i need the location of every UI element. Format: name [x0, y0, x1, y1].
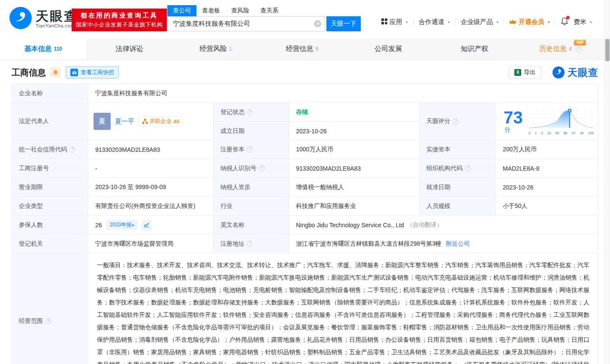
taxpayer-id-value: 91330203MAD2LE8A83	[289, 159, 420, 177]
search-tab-risk[interactable]: 查风险	[226, 5, 255, 16]
help-icon[interactable]	[247, 241, 253, 247]
tab-label: 经营风险	[199, 45, 227, 54]
top-nav: 应用 合作通道 企业级产品 开通会员 费米	[381, 17, 592, 27]
tab-history-info[interactable]: VIP 历史信息 4	[518, 39, 604, 60]
search-button[interactable]: 天眼一下	[326, 16, 361, 31]
business-scope-value: 一般项目：技术服务、技术开发、技术咨询、技术交流、技术转让、技术推广；汽车拖车、…	[88, 253, 598, 364]
nav-user[interactable]: 费米	[574, 18, 592, 26]
nearby-companies-link[interactable]: 附近公司	[446, 240, 470, 248]
label-text: 天眼评分	[426, 117, 450, 125]
help-icon[interactable]	[259, 165, 265, 171]
legal-rep-label: 法定代表人	[12, 103, 88, 140]
tab-business-info[interactable]: 经营信息 9	[259, 39, 345, 60]
excel-icon: X	[514, 69, 521, 76]
tab-basic-info[interactable]: 基本信息 110	[0, 39, 86, 60]
help-icon[interactable]	[247, 146, 253, 153]
tab-count: 1	[229, 46, 232, 52]
english-name-value: Ningbo Jidu Technology Service Co., Ltd	[296, 222, 404, 229]
annual-report-badge[interactable]: 2023年报	[106, 220, 138, 230]
business-term-value: 2023-10-26 至 9999-09-09	[88, 178, 214, 196]
nav-vip-label: 开通会员	[519, 18, 544, 26]
notifications-bell[interactable]	[561, 17, 568, 27]
help-icon[interactable]	[69, 146, 75, 153]
crown-icon	[509, 18, 516, 26]
bell-icon	[53, 69, 58, 75]
line-chart-icon	[144, 223, 149, 227]
nav-apps[interactable]: 应用	[381, 18, 408, 26]
label-text: 注册地址	[220, 240, 245, 248]
tab-operating-risk[interactable]: 经营风险 1	[172, 39, 259, 60]
label-text: 经营范围	[19, 317, 43, 325]
label-text: 组织机构代码	[426, 165, 462, 172]
trend-chart-button[interactable]	[141, 220, 151, 230]
search-area: 查公司 查老板 查风险 查关系 ✕ 天眼一下	[167, 5, 361, 31]
help-icon[interactable]	[465, 165, 471, 171]
company-page-tabs: 基本信息 110 法律诉讼 经营风险 1 经营信息 9 公司发展 知识产权 VI…	[0, 39, 604, 60]
notification-dot	[566, 16, 570, 19]
table-row: 参保人数 26 2023年报 英文名称 Ningbo Jidu Technolo…	[12, 216, 598, 235]
tab-label: 知识产权	[461, 45, 488, 54]
tianyancha-logo[interactable]: 天眼查 TianYanCha.com	[9, 7, 78, 31]
table-row: 营业期限 2023-10-26 至 9999-09-09 纳税人资质 增值税一般…	[12, 178, 598, 197]
company-name-label: 企业名称	[12, 84, 88, 102]
related-companies-badge[interactable]: 关联企业 46	[139, 116, 183, 126]
search-tab-company[interactable]: 查公司	[167, 5, 196, 16]
nav-enterprise[interactable]: 企业级产品	[461, 18, 498, 26]
score-distribution-chart: 0131550859799100	[528, 108, 595, 135]
status-date-subgrid: 登记状态 存续 成立日期 2023-10-26	[214, 103, 420, 140]
vip-badge: VIP	[574, 40, 586, 45]
search-tab-relation[interactable]: 查关系	[255, 5, 284, 16]
insured-count-cell: 26 2023年报	[88, 216, 214, 234]
help-icon[interactable]	[45, 318, 51, 325]
tab-label: 基本信息	[24, 45, 51, 54]
score-cell: 73分	[496, 103, 598, 140]
help-icon[interactable]	[453, 118, 459, 125]
approval-date-label: 核准日期	[420, 178, 496, 196]
paid-capital-value: 200万人民币	[496, 140, 598, 159]
nav-divider	[555, 19, 556, 25]
watermark-logo: 天眼查	[553, 66, 598, 79]
reg-address-value: 浙江省宁波市海曙区古林镇鄞县大道古林段298号第3幢	[296, 240, 441, 248]
staff-size-value: 小于50人	[496, 197, 598, 215]
snapshot-button[interactable]: 查看工商快照	[66, 66, 119, 78]
help-icon[interactable]	[247, 109, 253, 115]
label-text: 登记状态	[220, 108, 245, 116]
tab-company-development[interactable]: 公司发展	[345, 39, 432, 60]
reg-status-label: 登记状态	[214, 103, 289, 121]
tab-legal[interactable]: 法律诉讼	[86, 39, 172, 60]
nav-user-label: 费米	[574, 18, 586, 26]
help-icon[interactable]	[576, 46, 583, 52]
nav-apps-label: 应用	[390, 18, 402, 26]
nav-partner[interactable]: 合作通道	[419, 18, 450, 26]
clear-search-icon[interactable]: ✕	[314, 20, 321, 27]
reg-authority-label: 登记机关	[12, 235, 88, 253]
legal-rep-link[interactable]: 夏一平	[115, 117, 134, 126]
search-tab-boss[interactable]: 查老板	[196, 5, 226, 16]
staff-size-label: 人员规模	[420, 197, 496, 215]
table-row: 统一社会信用代码 91330203MAD2LE8A83 注册资本 1000万人民…	[12, 140, 598, 159]
related-badge-count: 46	[173, 118, 179, 125]
reg-capital-value: 1000万人民币	[289, 140, 420, 159]
search-input[interactable]	[167, 16, 325, 31]
monitor-bell-button[interactable]	[50, 67, 60, 78]
business-info-table: 企业名称 宁波集度科技服务有限公司 法定代表人 夏 夏一平 关联企业 46 登记…	[12, 84, 598, 364]
legal-rep-avatar[interactable]: 夏	[94, 113, 111, 130]
nav-partner-label: 合作通道	[419, 18, 444, 26]
tab-intellectual-property[interactable]: 知识产权	[432, 39, 518, 60]
table-row: 企业名称 宁波集度科技服务有限公司	[12, 84, 598, 103]
scrollbar-track[interactable]	[604, 0, 610, 364]
tab-count: 110	[54, 46, 62, 52]
nav-vip[interactable]: 开通会员	[509, 18, 550, 26]
table-row: 经营范围 一般项目：技术服务、技术开发、技术咨询、技术交流、技术转让、技术推广；…	[12, 253, 598, 364]
approval-date-value: 2023-10-26	[496, 178, 598, 196]
taxpayer-quality-label: 纳税人资质	[214, 178, 289, 196]
credit-code-value: 91330203MAD2LE8A83	[88, 140, 214, 159]
scrollbar-thumb[interactable]	[605, 39, 610, 61]
industry-value: 科技推广和应用服务业	[289, 197, 420, 215]
export-button[interactable]: X 导出	[509, 66, 541, 79]
table-row: 工商注册号 - 纳税人识别号 91330203MAD2LE8A83 组织机构代码…	[12, 159, 598, 178]
score-value: 73	[504, 108, 523, 127]
score-unit: 分	[504, 126, 510, 133]
est-date-label: 成立日期	[214, 122, 289, 140]
insured-count-value: 26	[95, 222, 102, 229]
